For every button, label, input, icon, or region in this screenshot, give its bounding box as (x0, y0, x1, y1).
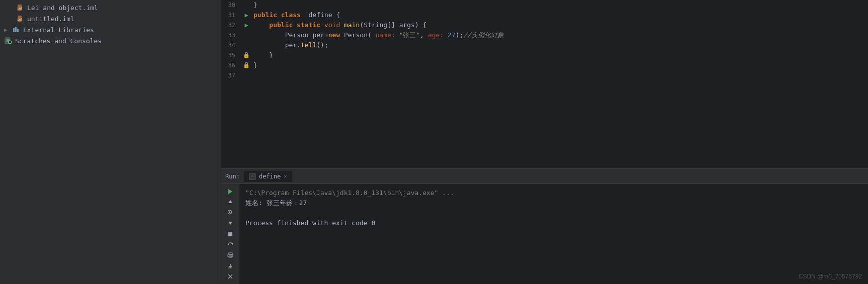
iml-file-icon: iml (16, 4, 24, 12)
sidebar-item-lei-iml[interactable]: iml Lei and object.iml (0, 2, 221, 13)
code-line-30: 30 } (221, 0, 868, 10)
line-num-35: 35 (221, 50, 241, 60)
iml-file-icon2: iml (16, 15, 24, 23)
code-line-35: 35 🔒 } (221, 50, 868, 60)
line-content-32: public static void main(String[] args) { (251, 20, 868, 30)
svg-rect-6 (17, 29, 19, 32)
run-output-cmd: "C:\Program Files\Java\jdk1.8.0_131\bin\… (245, 188, 862, 198)
sidebar-item-external-libraries[interactable]: ▶ External Libraries (0, 24, 221, 35)
sidebar-item-untitled-iml[interactable]: iml untitled.iml (0, 13, 221, 24)
watermark-text: CSDN @m0_70576792 (799, 273, 862, 280)
line-content-31: public class define { (251, 10, 868, 20)
svg-point-15 (229, 212, 230, 213)
line-num-34: 34 (221, 40, 241, 50)
run-panel: Run: define ✕ (221, 168, 868, 284)
run-toolbar (221, 184, 239, 284)
tab-file-icon (249, 173, 256, 180)
code-editor[interactable]: 30 } 31 ▶ public class define { 32 ▶ pub… (221, 0, 868, 168)
expand-arrow-icon: ▶ (4, 27, 10, 33)
code-line-32: 32 ▶ public static void main(String[] ar… (221, 20, 868, 30)
run-label: Run: (225, 173, 240, 180)
svg-text:✦: ✦ (9, 41, 11, 44)
line-num-37: 37 (221, 70, 241, 80)
sidebar-item-scratches-label: Scratches and Consoles (15, 37, 102, 45)
run-import-button[interactable] (224, 262, 237, 270)
run-body: "C:\Program Files\Java\jdk1.8.0_131\bin\… (221, 184, 868, 284)
run-tab-close-icon[interactable]: ✕ (284, 173, 287, 179)
svg-marker-13 (228, 189, 232, 194)
sidebar-item-scratches[interactable]: ✦ Scratches and Consoles (0, 35, 221, 46)
editor-area: 30 } 31 ▶ public class define { 32 ▶ pub… (221, 0, 868, 284)
run-tab-define[interactable]: define ✕ (244, 171, 292, 182)
run-scroll-down-button[interactable] (224, 219, 237, 228)
code-line-34: 34 per.tell(); (221, 40, 868, 50)
code-line-33: 33 Person per=new Person( name: "张三", ag… (221, 30, 868, 40)
code-line-37: 37 (221, 70, 868, 80)
sidebar-item-untitled-label: untitled.iml (27, 15, 74, 23)
libraries-icon (12, 26, 20, 34)
sidebar-item-ext-lib-label: External Libraries (23, 26, 94, 34)
run-tabs-bar: Run: define ✕ (221, 169, 868, 184)
code-line-31: 31 ▶ public class define { (221, 10, 868, 20)
run-pin-button[interactable] (224, 272, 237, 281)
line-content-36: } (251, 60, 868, 70)
sidebar-item-lei-label: Lei and object.iml (27, 4, 98, 12)
line-num-36: 36 (221, 60, 241, 70)
code-line-36: 36 🔒 } (221, 60, 868, 70)
svg-rect-17 (228, 232, 232, 236)
gutter-36: 🔒 (241, 60, 251, 70)
line-num-33: 33 (221, 30, 241, 40)
svg-marker-16 (228, 222, 232, 225)
line-num-30: 30 (221, 0, 241, 10)
run-print-button[interactable] (224, 251, 237, 259)
svg-rect-11 (251, 175, 253, 175)
run-tab-label: define (259, 173, 281, 180)
run-output-finish: Process finished with exit code 0 (245, 218, 862, 228)
line-content-37 (251, 70, 868, 80)
run-output-result1: 姓名: 张三年龄：27 (245, 198, 862, 208)
run-stop-button[interactable] (224, 230, 237, 238)
line-num-31: 31 (221, 10, 241, 20)
run-play-button[interactable] (224, 187, 237, 196)
svg-rect-5 (15, 27, 17, 32)
svg-marker-14 (228, 200, 232, 203)
line-content-33: Person per=new Person( name: "张三", age: … (251, 30, 868, 40)
watermark: CSDN @m0_70576792 (799, 273, 862, 280)
line-content-30: } (251, 0, 868, 10)
gutter-31: ▶ (241, 10, 251, 20)
gutter-35: 🔒 (241, 50, 251, 60)
svg-rect-12 (251, 176, 254, 176)
line-content-34: per.tell(); (251, 40, 868, 50)
run-scroll-up-button[interactable] (224, 198, 237, 206)
svg-rect-4 (13, 28, 15, 32)
scratches-icon: ✦ (4, 37, 12, 45)
sidebar-items-list: iml Lei and object.iml iml untitled.iml … (0, 0, 221, 48)
run-wrench-button[interactable] (224, 208, 237, 217)
run-rerun-button[interactable] (224, 240, 237, 249)
svg-text:iml: iml (17, 18, 23, 21)
run-output-blank (245, 208, 862, 218)
run-output[interactable]: "C:\Program Files\Java\jdk1.8.0_131\bin\… (239, 184, 868, 284)
sidebar: iml Lei and object.iml iml untitled.iml … (0, 0, 221, 284)
gutter-32: ▶ (241, 20, 251, 30)
svg-text:iml: iml (17, 7, 23, 10)
line-num-32: 32 (221, 20, 241, 30)
line-content-35: } (251, 50, 868, 60)
